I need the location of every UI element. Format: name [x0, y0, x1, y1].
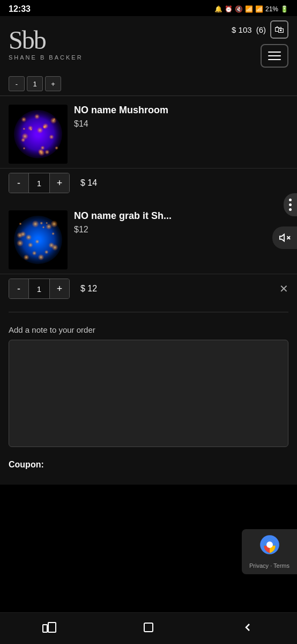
svg-point-4: [266, 541, 273, 548]
mute-button[interactable]: [272, 226, 297, 249]
hamburger-line-1: [268, 52, 281, 53]
cart-amount: $ 103: [232, 25, 252, 34]
hamburger-line-2: [268, 55, 281, 56]
logo-area: Sbb SHANE B BACKER: [9, 27, 83, 61]
privacy-terms-text[interactable]: Privacy · Terms: [249, 562, 289, 569]
qty-control-1[interactable]: - 1 +: [9, 173, 70, 193]
qty-row-1: - 1 + $ 14: [0, 169, 297, 202]
svg-rect-5: [43, 625, 47, 632]
status-icons: 🔔 ⏰ 🔇 📶 📶 21% 🔋: [214, 5, 288, 13]
cart-count: (6): [256, 25, 266, 34]
logo-script: Sbb: [9, 27, 46, 53]
product-item-1: NO name Mushroom $14: [0, 96, 297, 169]
cart-summary[interactable]: $ 103 (6) 🛍: [232, 20, 288, 39]
mute-status-icon: 🔇: [235, 5, 243, 13]
note-label: Add a note to your order: [9, 325, 288, 334]
status-time: 12:33: [9, 4, 31, 14]
qty-row-2: - 1 + $ 12 ✕: [0, 274, 297, 308]
qty-minus-1[interactable]: -: [9, 173, 28, 193]
qty-plus-1[interactable]: +: [50, 173, 69, 193]
clock-icon: ⏰: [225, 5, 233, 13]
remove-item-2[interactable]: ✕: [279, 282, 288, 295]
svg-marker-0: [280, 235, 284, 241]
product-price-1: $14: [74, 119, 288, 129]
signal-icon: 📶: [255, 5, 263, 13]
header-right: $ 103 (6) 🛍: [232, 20, 288, 68]
product-name-2: NO name grab it Sh...: [74, 210, 288, 222]
product-section: - 1 + NO name Mushroom $14 - 1 + $ 14 N: [0, 72, 297, 485]
dot-3: [289, 208, 292, 211]
privacy-overlay: Privacy · Terms: [242, 529, 297, 574]
wifi-icon: 📶: [245, 5, 253, 13]
coupon-label: Coupon:: [9, 460, 44, 469]
qty-value-1: 1: [28, 173, 50, 193]
qty-minus-2[interactable]: -: [9, 279, 28, 298]
nav-home[interactable]: [135, 619, 162, 635]
cart-icon[interactable]: 🛍: [270, 20, 288, 39]
nav-back[interactable]: [234, 619, 261, 635]
svg-rect-6: [48, 623, 56, 632]
product-name-1: NO name Mushroom: [74, 105, 288, 116]
product-info-1: NO name Mushroom $14: [74, 105, 288, 129]
dot-1: [289, 199, 292, 201]
hamburger-button[interactable]: [261, 44, 288, 68]
alarm-icon: 🔔: [214, 5, 222, 13]
product-info-2: NO name grab it Sh... $12: [74, 210, 288, 235]
qty-value-2: 1: [28, 279, 50, 298]
nav-recent-apps[interactable]: [36, 619, 63, 635]
hamburger-line-3: [268, 59, 281, 60]
product-image-1: [9, 105, 68, 164]
header: Sbb SHANE B BACKER $ 103 (6) 🛍: [0, 16, 297, 72]
battery-label: 21%: [265, 5, 278, 13]
note-section: Add a note to your order: [0, 317, 297, 453]
dot-2: [289, 203, 292, 206]
pag-page-button[interactable]: 1: [27, 76, 43, 91]
pagination-row: - 1 +: [0, 72, 297, 96]
bottom-nav: [0, 612, 297, 644]
recaptcha-icon: [259, 535, 280, 559]
status-bar: 12:33 🔔 ⏰ 🔇 📶 📶 21% 🔋: [0, 0, 297, 16]
line-total-1: $ 14: [80, 178, 97, 188]
product-image-2: [9, 210, 68, 269]
svg-rect-7: [144, 623, 153, 632]
logo-text: SHANE B BACKER: [9, 54, 83, 61]
coupon-section: Coupon:: [0, 453, 297, 476]
qty-control-2[interactable]: - 1 +: [9, 279, 70, 299]
product-price-2: $12: [74, 225, 288, 235]
pag-next-button[interactable]: +: [45, 76, 61, 91]
note-textarea[interactable]: [9, 340, 288, 447]
section-divider: [9, 312, 288, 312]
product-item-2: NO name grab it Sh... $12: [0, 202, 297, 274]
line-total-2: $ 12: [80, 284, 97, 294]
pag-prev-button[interactable]: -: [9, 76, 25, 91]
qty-plus-2[interactable]: +: [50, 279, 69, 298]
battery-icon: 🔋: [280, 5, 288, 13]
